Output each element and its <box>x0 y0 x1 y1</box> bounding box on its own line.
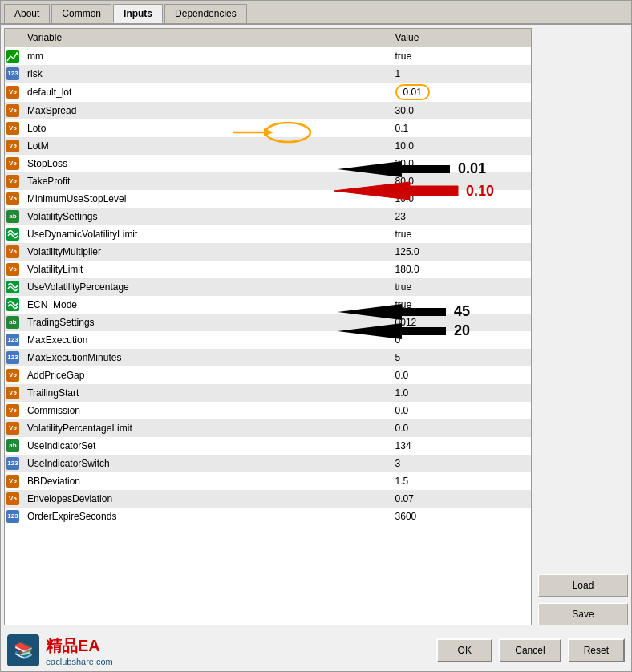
table-row: 123MaxExecution0 <box>5 331 531 349</box>
variable-value[interactable]: 80.0 <box>389 172 531 190</box>
table-row: ECN_Modetrue <box>5 296 531 314</box>
table-row: VэBBDeviation1.5 <box>5 472 531 490</box>
variable-value[interactable]: 180.0 <box>389 261 531 278</box>
watermark-icon: 📚 <box>7 634 39 666</box>
variable-value[interactable]: 10.0 <box>389 137 531 155</box>
icon-cell: 123 <box>5 65 21 83</box>
variable-name: VolatilitySettings <box>21 208 389 225</box>
variable-name: UseIndicatorSwitch <box>21 455 389 472</box>
icon-cell: Vэ <box>5 190 21 208</box>
variable-value[interactable]: 0 <box>389 331 531 349</box>
table-row: UseVolatilityPercentagetrue <box>5 278 531 296</box>
col-variable-header: Variable <box>21 29 389 47</box>
variable-value[interactable]: 30.0 <box>389 102 531 119</box>
variable-value[interactable]: 10.0 <box>389 190 531 208</box>
variable-value[interactable]: 20.0 <box>389 155 531 172</box>
table-row: VэCommission0.0 <box>5 402 531 419</box>
variable-value[interactable]: 0.0 <box>389 419 531 437</box>
variable-value[interactable]: 3 <box>389 455 531 472</box>
icon-cell: ab <box>5 437 21 455</box>
icon-cell <box>5 296 21 314</box>
tab-about[interactable]: About <box>4 4 50 23</box>
table-row: 123MaxExecutionMinutes5 <box>5 349 531 366</box>
variable-name: Loto <box>21 119 389 137</box>
variable-value[interactable]: 23 <box>389 208 531 225</box>
variable-name: MaxSpread <box>21 102 389 119</box>
icon-cell: Vэ <box>5 366 21 384</box>
reset-button[interactable]: Reset <box>568 638 625 662</box>
variable-value[interactable]: true <box>389 47 531 65</box>
icon-cell: 123 <box>5 331 21 349</box>
variable-name: VolatilityPercentageLimit <box>21 419 389 437</box>
content-area: Variable Value mmtrue123risk1Vэdefault_l… <box>1 25 631 629</box>
cancel-button[interactable]: Cancel <box>499 638 561 662</box>
icon-cell <box>5 47 21 65</box>
variable-value[interactable]: 5 <box>389 349 531 366</box>
variable-name: BBDeviation <box>21 472 389 490</box>
table-row: VэMinimumUseStopLevel10.0 <box>5 190 531 208</box>
table-container[interactable]: Variable Value mmtrue123risk1Vэdefault_l… <box>4 28 532 625</box>
variable-name: ECN_Mode <box>21 296 389 314</box>
icon-cell: Vэ <box>5 261 21 278</box>
icon-cell: 123 <box>5 455 21 472</box>
icon-cell: Vэ <box>5 419 21 437</box>
icon-cell: 123 <box>5 508 21 525</box>
variable-name: EnvelopesDeviation <box>21 490 389 508</box>
variable-value[interactable]: 1.5 <box>389 472 531 490</box>
icon-cell: Vэ <box>5 243 21 261</box>
bottom-bar: 📚 精品EA eaclubshare.com OK Cancel Reset <box>1 629 631 671</box>
watermark: 📚 精品EA eaclubshare.com <box>7 634 113 666</box>
variable-name: Commission <box>21 402 389 419</box>
watermark-text: 精品EA eaclubshare.com <box>46 635 113 666</box>
table-row: VэVolatilityMultiplier125.0 <box>5 243 531 261</box>
variable-value[interactable]: true <box>389 225 531 243</box>
variable-value[interactable]: 0012 <box>389 314 531 331</box>
variable-value[interactable]: 125.0 <box>389 243 531 261</box>
variable-name: UseIndicatorSet <box>21 437 389 455</box>
variable-value[interactable]: 0.07 <box>389 490 531 508</box>
variable-name: mm <box>21 47 389 65</box>
table-row: abVolatilitySettings23 <box>5 208 531 225</box>
table-row: Vэdefault_lot0.01 <box>5 83 531 102</box>
table-row: UseDynamicVolatilityLimittrue <box>5 225 531 243</box>
table-row: abUseIndicatorSet134 <box>5 437 531 455</box>
variable-name: TradingSettings <box>21 314 389 331</box>
variable-value[interactable]: true <box>389 296 531 314</box>
icon-cell: Vэ <box>5 490 21 508</box>
tab-dependencies[interactable]: Dependencies <box>164 4 247 23</box>
variable-value[interactable]: 134 <box>389 437 531 455</box>
variable-name: default_lot <box>21 83 389 102</box>
variable-value[interactable]: true <box>389 278 531 296</box>
table-row: abTradingSettings0012 <box>5 314 531 331</box>
icon-cell: 123 <box>5 349 21 366</box>
variable-value[interactable]: 0.01 <box>389 83 531 102</box>
col-icon-header <box>5 29 21 47</box>
icon-cell: Vэ <box>5 472 21 490</box>
load-button[interactable]: Load <box>538 574 628 597</box>
table-row: VэLoto0.1 <box>5 119 531 137</box>
variable-value[interactable]: 1.0 <box>389 384 531 402</box>
table-row: 123UseIndicatorSwitch3 <box>5 455 531 472</box>
table-row: VэVolatilityLimit180.0 <box>5 261 531 278</box>
table-row: VэMaxSpread30.0 <box>5 102 531 119</box>
icon-cell: Vэ <box>5 402 21 419</box>
save-button[interactable]: Save <box>538 603 628 625</box>
tab-inputs[interactable]: Inputs <box>113 4 163 23</box>
variable-value[interactable]: 0.1 <box>389 119 531 137</box>
icon-cell: Vэ <box>5 102 21 119</box>
icon-cell <box>5 225 21 243</box>
tab-common[interactable]: Common <box>51 4 111 23</box>
variable-value[interactable]: 0.0 <box>389 402 531 419</box>
variable-name: TakeProfit <box>21 172 389 190</box>
side-panel: Load Save <box>535 25 631 629</box>
icon-cell: Vэ <box>5 83 21 102</box>
variable-value[interactable]: 3600 <box>389 508 531 525</box>
variable-name: MinimumUseStopLevel <box>21 190 389 208</box>
variable-value[interactable]: 1 <box>389 65 531 83</box>
ok-button[interactable]: OK <box>436 638 492 662</box>
icon-cell: Vэ <box>5 119 21 137</box>
variable-name: AddPriceGap <box>21 366 389 384</box>
table-row: 123OrderExpireSeconds3600 <box>5 508 531 525</box>
variable-value[interactable]: 0.0 <box>389 366 531 384</box>
icon-cell: ab <box>5 314 21 331</box>
